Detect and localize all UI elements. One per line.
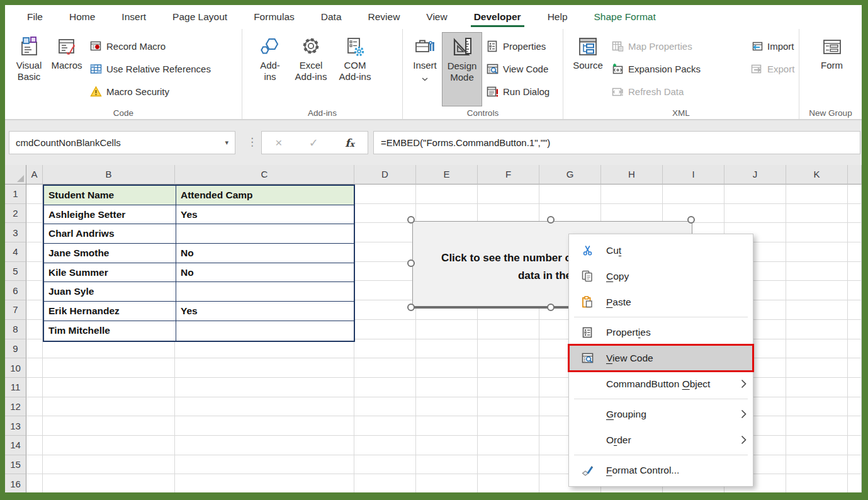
cell-A1[interactable] [26,185,43,204]
column-header-C[interactable]: C [175,165,354,185]
cell-A5[interactable] [26,262,43,281]
cell-F1[interactable] [478,185,539,204]
source-button[interactable]: Source [568,32,607,106]
column-header-partial[interactable] [848,165,862,185]
row-header-9[interactable]: 9 [5,339,26,359]
table-cell[interactable]: Tim Mitchelle [44,321,176,341]
row-header-7[interactable]: 7 [5,300,26,320]
cell-D14[interactable] [354,436,416,455]
formula-input[interactable]: =EMBED("Forms.CommandButton.1","") [373,131,860,154]
table-cell[interactable]: Ashleighe Setter [44,205,176,225]
column-header-I[interactable]: I [663,165,724,185]
row-header-5[interactable]: 5 [5,262,26,281]
cell-B10[interactable] [43,358,175,378]
refresh-data-button[interactable]: Refresh Data [611,82,747,101]
table-cell[interactable]: Charl Andriws [44,224,176,244]
cell-K5[interactable] [786,262,848,281]
cell-C12[interactable] [175,397,354,417]
cell-B12[interactable] [43,397,175,417]
cell-E15[interactable] [416,455,478,475]
cell-A3[interactable] [26,223,43,242]
cell-K13[interactable] [786,416,848,436]
cell-C9[interactable] [175,339,354,359]
cell-C14[interactable] [175,436,354,455]
cell-E8[interactable] [416,320,478,339]
cell-partial-10[interactable] [848,358,862,378]
row-header-6[interactable]: 6 [5,281,26,300]
cell-F2[interactable] [478,204,539,224]
row-header-4[interactable]: 4 [5,242,26,262]
row-header-1[interactable]: 1 [5,185,26,204]
tab-developer[interactable]: Developer [461,5,534,29]
selection-handle-bottom-left[interactable] [407,304,415,311]
cell-A8[interactable] [26,320,43,339]
column-header-K[interactable]: K [786,165,848,185]
menu-item-grouping[interactable]: Grouping [569,401,753,427]
cell-F14[interactable] [478,436,539,455]
record-macro-button[interactable]: Record Macro [89,37,211,55]
cell-D16[interactable] [354,474,416,492]
cell-A10[interactable] [26,358,43,378]
cell-C15[interactable] [175,455,354,475]
macros-button[interactable]: Macros [48,32,86,106]
cell-E1[interactable] [416,185,478,204]
tab-data[interactable]: Data [308,5,355,29]
cell-H2[interactable] [601,204,663,224]
cell-K10[interactable] [786,358,848,378]
table-header-cell[interactable]: Attended Camp [176,186,354,205]
cell-C16[interactable] [175,474,354,492]
cell-partial-1[interactable] [848,185,862,204]
cell-partial-5[interactable] [848,262,862,281]
cell-C13[interactable] [175,416,354,436]
table-cell[interactable] [176,224,354,244]
cell-A11[interactable] [26,378,43,397]
cell-E2[interactable] [416,204,478,224]
cancel-icon[interactable]: × [275,136,282,150]
row-header-3[interactable]: 3 [5,223,26,242]
cell-E14[interactable] [416,436,478,455]
column-header-J[interactable]: J [724,165,786,185]
cell-D12[interactable] [354,397,416,417]
menu-item-order[interactable]: Order [569,427,753,453]
cell-D4[interactable] [354,242,416,262]
menu-item-copy[interactable]: Copy [569,263,753,289]
cell-C10[interactable] [175,358,354,378]
cell-K12[interactable] [786,397,848,417]
cell-K7[interactable] [786,300,848,320]
insert-control-button[interactable]: Insert [408,32,442,106]
cell-F11[interactable] [478,378,539,397]
cell-partial-7[interactable] [848,300,862,320]
cell-E16[interactable] [416,474,478,492]
cell-B15[interactable] [43,455,175,475]
cell-K1[interactable] [786,185,848,204]
table-cell[interactable]: Kile Summer [44,263,176,283]
cell-D6[interactable] [354,281,416,300]
cell-D10[interactable] [354,358,416,378]
enter-icon[interactable]: ✓ [309,136,318,150]
cell-K3[interactable] [786,223,848,242]
cell-B14[interactable] [43,436,175,455]
cell-E13[interactable] [416,416,478,436]
cell-C11[interactable] [175,378,354,397]
menu-item-commandbutton-object[interactable]: CommandButton Object [569,371,753,397]
cell-F16[interactable] [478,474,539,492]
cell-A7[interactable] [26,300,43,320]
com-add-ins-button[interactable]: COMAdd-ins [333,32,377,106]
cell-D3[interactable] [354,223,416,242]
design-mode-button[interactable]: DesignMode [442,32,482,106]
cell-B11[interactable] [43,378,175,397]
insert-function-icon[interactable]: fx [345,137,354,149]
cell-B13[interactable] [43,416,175,436]
row-header-8[interactable]: 8 [5,320,26,339]
cell-D1[interactable] [354,185,416,204]
table-cell[interactable]: Erik Hernandez [44,302,176,321]
cell-D9[interactable] [354,339,416,359]
column-header-A[interactable]: A [26,165,43,185]
cell-F8[interactable] [478,320,539,339]
cell-D7[interactable] [354,300,416,320]
expansion-packs-button[interactable]: Expansion Packs [611,59,747,78]
column-header-B[interactable]: B [43,165,175,185]
cell-partial-4[interactable] [848,242,862,262]
table-header-cell[interactable]: Student Name [44,186,176,205]
table-cell[interactable]: No [176,263,354,283]
